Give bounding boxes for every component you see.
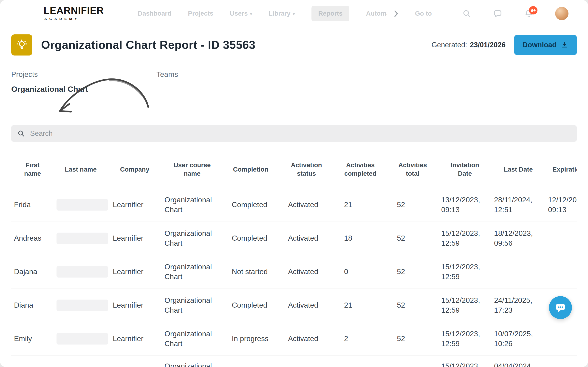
chat-icon[interactable] <box>493 9 502 18</box>
table-row: DajanaLearnifierOrganizational ChartNot … <box>11 255 577 289</box>
table-row: EmilyLearnifierOrganizational ChartIn pr… <box>11 322 577 356</box>
cell-expiration <box>545 322 577 356</box>
column-header-invitation: Invitation Date <box>439 149 491 188</box>
header-actions: Generated:23/01/2026 Download <box>432 34 577 56</box>
cell-invitation: 15/12/2023, 12:59 <box>439 222 491 255</box>
cell-last_name <box>54 255 108 289</box>
cell-course: Organizational Chart <box>162 255 223 289</box>
cell-activation: Activated <box>279 188 334 222</box>
column-header-activities_completed: Activities completed <box>334 149 387 188</box>
download-label: Download <box>523 41 556 49</box>
chevron-down-icon: ▾ <box>250 11 252 17</box>
redacted-last-name <box>57 199 108 211</box>
cell-expiration <box>545 222 577 255</box>
cell-company <box>108 356 162 367</box>
cell-activities_completed <box>334 356 387 367</box>
cell-completion: Not started <box>223 255 279 289</box>
cell-activation: Activated <box>279 255 334 289</box>
nav-item-automations[interactable]: Automations <box>366 10 387 17</box>
cell-expiration: 12/12/2024, 09:13 <box>545 188 577 222</box>
generated-value: 23/01/2026 <box>470 41 506 49</box>
user-avatar[interactable] <box>555 7 569 20</box>
nav-item-projects[interactable]: Projects <box>188 10 213 17</box>
search-icon[interactable] <box>462 9 471 18</box>
redacted-last-name <box>57 233 108 244</box>
column-header-activation: Activation status <box>279 149 334 188</box>
search-input[interactable] <box>30 129 571 138</box>
cell-first_name: Diana <box>11 289 54 322</box>
cell-activities_total: 52 <box>387 255 439 289</box>
cell-last_date: 28/11/2024, 12:51 <box>491 188 545 222</box>
chat-fab-button[interactable] <box>549 296 572 319</box>
download-button[interactable]: Download <box>514 35 577 55</box>
cell-last_date: 10/07/2025, 10:26 <box>491 322 545 356</box>
notification-badge: 9+ <box>529 6 537 15</box>
cell-first_name: Emily <box>11 322 54 356</box>
cell-activities_total: 52 <box>387 289 439 322</box>
cell-last_date: 18/12/2023, 09:56 <box>491 222 545 255</box>
table-row: AndreasLearnifierOrganizational ChartCom… <box>11 222 577 255</box>
table-header-row: First nameLast nameCompanyUser course na… <box>11 149 577 188</box>
column-header-company: Company <box>108 149 162 188</box>
filter-teams[interactable]: Teams <box>156 70 178 79</box>
filter-projects[interactable]: Projects <box>11 70 38 79</box>
nav-item-go-to[interactable]: Go to <box>415 10 432 17</box>
cell-expiration <box>545 356 577 367</box>
cell-course: Organizational Chart <box>162 289 223 322</box>
cell-activation: Activated <box>279 289 334 322</box>
report-table: First nameLast nameCompanyUser course na… <box>11 149 577 367</box>
cell-last_date <box>491 255 545 289</box>
learnifier-logo[interactable]: LEARNIFIER ACADEMY <box>44 5 104 21</box>
nav-item-label: Automations <box>366 10 387 17</box>
redacted-last-name <box>57 333 108 344</box>
cell-last_date: 24/11/2025, 17:23 <box>491 289 545 322</box>
notifications-bell-icon[interactable]: 9+ <box>524 9 533 18</box>
redacted-last-name <box>57 266 108 277</box>
cell-last_name <box>54 188 108 222</box>
nav-item-label: Library <box>269 10 291 17</box>
logo-subtitle: ACADEMY <box>44 17 104 21</box>
report-table-wrap: First nameLast nameCompanyUser course na… <box>11 149 577 367</box>
cell-invitation: 15/12/2023, 12:59 <box>439 289 491 322</box>
nav-item-dashboard[interactable]: Dashboard <box>138 10 171 17</box>
page-title: Organizational Chart Report - ID 35563 <box>41 38 255 52</box>
cell-activities_completed: 21 <box>334 289 387 322</box>
cell-invitation: 15/12/2023, <box>439 356 491 367</box>
cell-company: Learnifier <box>108 255 162 289</box>
nav-item-label: Go to <box>415 10 432 17</box>
nav-item-label: Users <box>230 10 248 17</box>
nav-item-label: Dashboard <box>138 10 171 17</box>
filter-row: Projects Teams Organizational Chart <box>11 70 577 102</box>
cell-company: Learnifier <box>108 289 162 322</box>
chat-bubble-icon <box>555 302 566 313</box>
cell-first_name: Dajana <box>11 255 54 289</box>
search-bar-icon <box>17 130 25 137</box>
cell-completion: Completed <box>223 188 279 222</box>
nav-item-reports[interactable]: Reports <box>311 6 350 21</box>
nav-scroll-next-icon[interactable]: › <box>393 5 398 20</box>
cell-activities_completed: 18 <box>334 222 387 255</box>
column-header-activities_total: Activities total <box>387 149 439 188</box>
column-header-last_name: Last name <box>54 149 108 188</box>
cell-activities_total: 52 <box>387 322 439 356</box>
selected-project[interactable]: Organizational Chart <box>11 85 577 94</box>
cell-course: Organizational Chart <box>162 222 223 255</box>
nav-item-users[interactable]: Users ▾ <box>230 10 252 17</box>
cell-company: Learnifier <box>108 222 162 255</box>
column-header-course: User course name <box>162 149 223 188</box>
cell-company: Learnifier <box>108 322 162 356</box>
column-header-expiration: Expiration date <box>545 149 577 188</box>
nav-items: Dashboard Projects Users ▾ Library ▾ Rep… <box>138 0 432 27</box>
nav-icons: 9+ <box>462 0 569 27</box>
cell-activation: Activated <box>279 222 334 255</box>
nav-item-library[interactable]: Library ▾ <box>269 10 295 17</box>
top-navbar: LEARNIFIER ACADEMY Dashboard Projects Us… <box>0 0 588 27</box>
lightbulb-icon <box>11 34 32 56</box>
cell-activities_completed: 21 <box>334 188 387 222</box>
column-header-last_date: Last Date <box>491 149 545 188</box>
table-body: FridaLearnifierOrganizational ChartCompl… <box>11 188 577 367</box>
table-row: FridaLearnifierOrganizational ChartCompl… <box>11 188 577 222</box>
nav-item-label: Reports <box>318 10 343 17</box>
cell-activities_total: 52 <box>387 222 439 255</box>
cell-first_name: Frida <box>11 188 54 222</box>
